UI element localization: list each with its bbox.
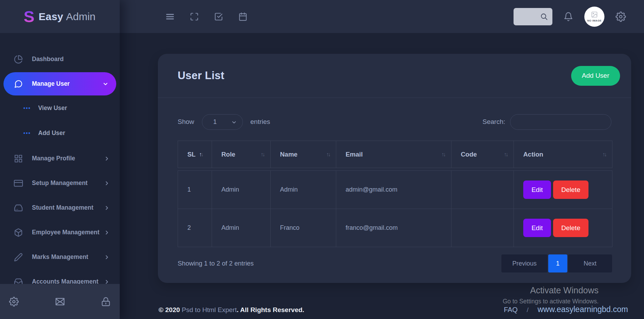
sidebar-item-label: Marks Management — [32, 253, 88, 261]
col-header-action[interactable]: Action↑↓ — [514, 141, 612, 168]
user-list-card: User List Add User Show 1 entries Search… — [158, 54, 631, 283]
sidebar-item-label: Manage Profile — [32, 155, 75, 162]
topbar-right-group: NO IMAGE — [514, 7, 626, 27]
delete-button[interactable]: Delete — [553, 219, 588, 237]
chevron-right-icon — [104, 156, 110, 162]
chevron-right-icon — [104, 279, 110, 284]
drive-icon — [14, 203, 23, 212]
menu-icon[interactable] — [166, 12, 175, 21]
avatar[interactable]: NO IMAGE — [584, 7, 604, 27]
col-label: Email — [346, 151, 363, 158]
entries-info: Showing 1 to 2 of 2 entries — [178, 260, 254, 267]
chevron-down-icon — [231, 119, 237, 125]
col-label: SL — [187, 151, 196, 158]
sidebar-subitem-label: View User — [38, 104, 67, 112]
col-header-sl[interactable]: SL↑↓ — [178, 141, 212, 168]
activate-windows-watermark: Activate Windows Go to Settings to activ… — [503, 285, 599, 305]
chevron-right-icon — [104, 205, 110, 211]
sidebar-item-label: Manage User — [32, 80, 70, 87]
gear-icon[interactable] — [9, 297, 19, 307]
col-label: Code — [461, 151, 477, 158]
sidebar-footer — [0, 284, 120, 319]
copyright-suffix: . All Rights Reserved. — [237, 306, 304, 313]
chevron-right-icon — [104, 180, 110, 186]
watermark-line1: Activate Windows — [503, 285, 599, 295]
delete-button[interactable]: Delete — [553, 181, 588, 199]
cell-code — [451, 209, 514, 247]
col-header-name[interactable]: Name↑↓ — [271, 141, 336, 168]
copyright-year: © 2020 — [159, 306, 182, 313]
entries-select[interactable]: 1 — [202, 114, 243, 130]
table-controls: Show 1 entries Search: — [178, 114, 611, 130]
brand-title-bold: Easy — [39, 11, 63, 23]
topbar-search-input[interactable] — [514, 8, 552, 25]
copyright-link[interactable]: Psd to Html Expert — [182, 306, 237, 313]
page-footer: © 2020 Psd to Html Expert. All Rights Re… — [159, 305, 628, 314]
pagination-next[interactable]: Next — [568, 254, 612, 272]
pie-chart-icon — [14, 55, 23, 64]
add-user-button[interactable]: Add User — [571, 66, 620, 86]
grid-icon — [14, 154, 23, 163]
sidebar-item-employee-management[interactable]: Employee Management — [0, 221, 120, 244]
table-search-input[interactable] — [510, 114, 611, 130]
pagination-page-1[interactable]: 1 — [548, 254, 567, 272]
col-label: Role — [221, 151, 235, 158]
brand-title-light: Admin — [66, 11, 95, 23]
sidebar-item-setup-management[interactable]: Setup Management — [0, 171, 120, 195]
faq-link[interactable]: FAQ — [504, 306, 518, 314]
sort-icon: ↑↓ — [326, 151, 330, 158]
sidebar-item-label: Employee Management — [32, 229, 100, 236]
check-square-icon[interactable] — [214, 12, 223, 21]
sidebar-item-dashboard[interactable]: Dashboard — [0, 48, 120, 71]
sort-icon: ↑↓ — [261, 151, 264, 158]
sidebar-item-manage-user[interactable]: Manage User — [3, 72, 116, 95]
mail-icon[interactable] — [55, 297, 65, 307]
image-placeholder-icon — [591, 11, 598, 18]
cell-name: Admin — [271, 171, 336, 209]
col-header-role[interactable]: Role↑↓ — [212, 141, 271, 168]
chevron-right-icon — [104, 229, 110, 236]
cell-email: franco@gmail.com — [336, 209, 451, 247]
sort-icon: ↑↓ — [602, 151, 606, 158]
topbar: NO IMAGE — [120, 0, 644, 33]
sidebar: S Easy Admin Dashboard Manage User View … — [0, 0, 120, 319]
credit-card-icon — [14, 179, 23, 188]
sidebar-item-label: Student Management — [32, 204, 93, 211]
sidebar-subitem-view-user[interactable]: View User — [0, 97, 120, 119]
sidebar-item-label: Dashboard — [32, 56, 63, 63]
bell-icon[interactable] — [564, 12, 573, 22]
cell-action: EditDelete — [514, 171, 612, 209]
page-title: User List — [178, 69, 224, 82]
sidebar-subitem-label: Add User — [38, 129, 65, 137]
chevron-down-icon — [102, 81, 109, 87]
footer-divider: / — [527, 306, 528, 314]
brand-s-icon: S — [24, 8, 34, 25]
inbox-icon — [14, 277, 23, 284]
avatar-text: NO IMAGE — [587, 19, 601, 22]
footer-links: FAQ / www.easylearningbd.com — [504, 305, 628, 314]
sidebar-item-accounts-management[interactable]: Accounts Management — [0, 270, 120, 284]
card-header: User List Add User — [158, 54, 631, 98]
gear-icon[interactable] — [616, 11, 626, 22]
fullscreen-icon[interactable] — [190, 12, 199, 21]
sidebar-item-marks-management[interactable]: Marks Management — [0, 245, 120, 269]
sidebar-subitem-add-user[interactable]: Add User — [0, 122, 120, 144]
col-header-code[interactable]: Code↑↓ — [451, 141, 514, 168]
lock-icon[interactable] — [101, 297, 111, 307]
cell-role: Admin — [212, 209, 271, 247]
cell-sl: 1 — [178, 171, 212, 209]
col-label: Name — [280, 151, 297, 158]
edit-button[interactable]: Edit — [523, 181, 551, 199]
topbar-search — [514, 8, 552, 25]
sidebar-item-student-management[interactable]: Student Management — [0, 196, 120, 219]
search-label: Search: — [483, 118, 505, 126]
col-header-email[interactable]: Email↑↓ — [336, 141, 451, 168]
sidebar-nav: Dashboard Manage User View User Add User… — [0, 33, 120, 284]
brand-logo[interactable]: S Easy Admin — [0, 0, 120, 33]
calendar-icon[interactable] — [238, 12, 247, 21]
website-link[interactable]: www.easylearningbd.com — [537, 305, 628, 314]
pagination-previous[interactable]: Previous — [501, 254, 548, 272]
edit-button[interactable]: Edit — [523, 219, 551, 237]
col-label: Action — [523, 151, 543, 158]
sidebar-item-manage-profile[interactable]: Manage Profile — [0, 147, 120, 170]
